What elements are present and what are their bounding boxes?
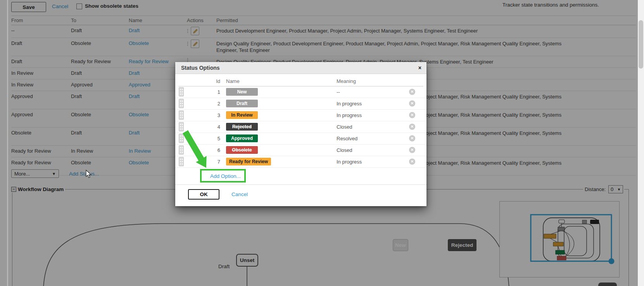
status-option-row: 7 Ready for Review In progress ✕ <box>175 156 426 168</box>
status-option-row: 1 New -- ✕ <box>175 86 426 98</box>
status-badge: In Review <box>226 111 258 119</box>
status-option-row: 6 Obsolete Closed ✕ <box>175 145 426 156</box>
status-option-row: 2 Draft In progress ✕ <box>175 98 426 110</box>
col-header-name: Name <box>226 78 240 84</box>
app-viewport: Save Cancel Show obsolete states Tracker… <box>0 0 644 286</box>
divider <box>175 184 426 185</box>
drag-handle[interactable] <box>179 157 184 166</box>
status-options-dialog: Status Options × Id Name Meaning 1 New -… <box>175 62 426 206</box>
drag-handle[interactable] <box>179 134 184 143</box>
delete-option-icon[interactable]: ✕ <box>409 100 415 107</box>
dialog-column-headers: Id Name Meaning <box>175 78 426 86</box>
delete-option-icon[interactable]: ✕ <box>409 124 415 130</box>
drag-handle[interactable] <box>179 87 184 96</box>
status-option-row: 4 Rejected Closed ✕ <box>175 121 426 133</box>
status-option-row: 3 In Review In progress ✕ <box>175 110 426 121</box>
dialog-titlebar: Status Options <box>175 62 426 74</box>
drag-handle[interactable] <box>179 110 184 120</box>
delete-option-icon[interactable]: ✕ <box>409 147 415 153</box>
drag-handle[interactable] <box>179 99 184 108</box>
delete-option-icon[interactable]: ✕ <box>409 89 415 95</box>
annotation-highlight-box <box>200 169 246 183</box>
status-badge: Ready for Review <box>226 158 271 165</box>
scrollbar-thumb[interactable] <box>639 20 643 69</box>
drag-handle[interactable] <box>179 145 184 155</box>
status-badge: Approved <box>226 134 258 142</box>
col-header-id: Id <box>208 78 220 84</box>
status-badge: Obsolete <box>226 146 258 154</box>
delete-option-icon[interactable]: ✕ <box>409 159 415 165</box>
page-edge-highlight <box>7 0 8 286</box>
ok-button[interactable]: OK <box>188 189 219 200</box>
status-badge: Draft <box>226 100 258 107</box>
status-option-row: 5 Approved Resolved ✕ <box>175 133 426 145</box>
dialog-cancel-link[interactable]: Cancel <box>231 191 248 197</box>
status-options-list: 1 New -- ✕ 2 Draft In progress ✕ 3 In Re… <box>175 86 426 168</box>
vertical-scrollbar[interactable] <box>638 0 644 286</box>
dialog-title: Status Options <box>181 65 220 71</box>
status-badge: New <box>226 88 258 96</box>
drag-handle[interactable] <box>179 122 184 131</box>
col-header-meaning: Meaning <box>337 78 356 84</box>
delete-option-icon[interactable]: ✕ <box>409 112 415 118</box>
status-badge: Rejected <box>226 123 258 131</box>
dialog-close-icon[interactable]: × <box>418 65 421 71</box>
delete-option-icon[interactable]: ✕ <box>409 135 415 141</box>
